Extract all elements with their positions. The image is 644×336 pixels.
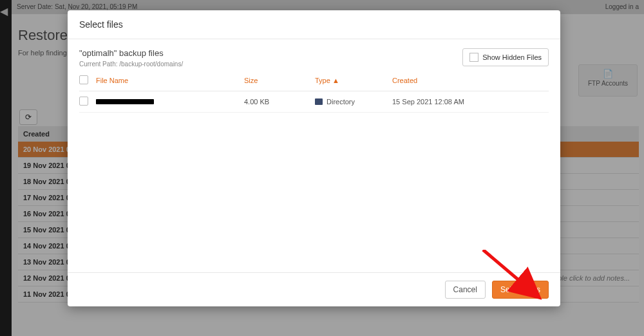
show-hidden-label: Show Hidden Files — [482, 53, 542, 61]
show-hidden-files-button[interactable]: Show Hidden Files — [462, 48, 549, 66]
file-size: 4.00 KB — [244, 98, 315, 106]
folder-icon — [315, 98, 323, 105]
select-files-button[interactable]: Select Files — [492, 281, 549, 299]
modal-footer: Cancel Select Files — [68, 272, 560, 306]
select-files-modal: Select files "optimalh" backup files Cur… — [68, 10, 560, 306]
col-created-header[interactable]: Created — [392, 77, 549, 84]
file-list: File Name Size Type ▲ Created 4.00 KB Di… — [68, 70, 560, 272]
col-size-header[interactable]: Size — [244, 77, 315, 84]
col-name-header[interactable]: File Name — [96, 77, 244, 84]
file-type: Directory — [327, 98, 355, 106]
file-list-header: File Name Size Type ▲ Created — [79, 70, 549, 91]
col-type-header[interactable]: Type ▲ — [315, 77, 392, 84]
show-hidden-checkbox[interactable] — [469, 53, 478, 62]
current-path: Current Path: /backup-root/domains/ — [79, 61, 183, 68]
modal-title: Select files — [68, 10, 560, 39]
backup-label: "optimalh" backup files — [79, 48, 183, 58]
file-row-checkbox[interactable] — [79, 97, 88, 106]
select-all-checkbox[interactable] — [79, 75, 88, 84]
file-row[interactable]: 4.00 KB Directory 15 Sep 2021 12:08 AM — [79, 91, 549, 113]
modal-subheader: "optimalh" backup files Current Path: /b… — [68, 39, 560, 70]
cancel-button[interactable]: Cancel — [445, 281, 486, 299]
file-created: 15 Sep 2021 12:08 AM — [392, 98, 549, 106]
redacted-file-name — [96, 99, 154, 104]
